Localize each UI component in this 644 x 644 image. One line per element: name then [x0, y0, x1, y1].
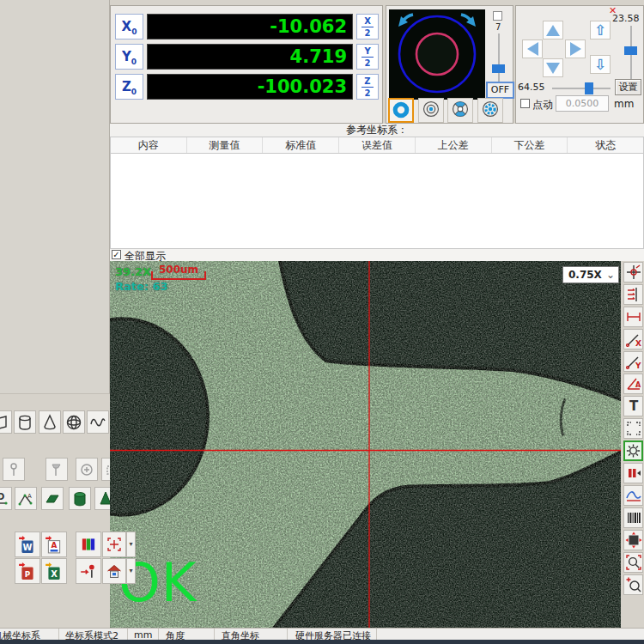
probe-point-button[interactable] [3, 458, 25, 481]
axis-z-button[interactable]: Z0 [115, 74, 143, 100]
cad-export-icon: A [45, 535, 64, 554]
quadrant-light-icon [451, 100, 470, 118]
light-mode-quadrant-button[interactable] [447, 98, 473, 123]
settings-button[interactable]: 设置 [615, 79, 641, 95]
jog-step-input[interactable]: 0.0500 [556, 95, 609, 112]
reference-frame-label: 参考坐标系： [110, 124, 644, 137]
export-excel-button[interactable]: X [41, 558, 67, 584]
z-down-button[interactable]: ⇩ [590, 55, 611, 74]
rotate-right-arrow-icon[interactable] [461, 15, 476, 27]
gear-icon [625, 442, 641, 459]
excel-export-icon: X [45, 562, 64, 580]
auto-focus-button[interactable] [623, 530, 643, 550]
jog-up-button[interactable] [543, 21, 563, 39]
camera-view[interactable]: 39.2X Rate: 63 500um OK 0.75X ⌄ [110, 261, 621, 629]
export-word-button[interactable]: W [15, 532, 40, 557]
z-half-button[interactable]: Z2 [356, 74, 379, 100]
light-mode-ring-button[interactable] [418, 98, 444, 123]
column-header[interactable]: 误差值 [339, 137, 416, 153]
axis-y-button[interactable]: Y0 [115, 44, 143, 70]
probe-flag-button[interactable] [46, 458, 68, 481]
xy-speed-slider-track[interactable] [552, 88, 611, 89]
jog-down-button[interactable] [543, 58, 563, 77]
z-speed-slider-thumb[interactable] [624, 46, 637, 55]
xy-speed-slider-thumb[interactable] [585, 82, 593, 94]
export-pdf-button[interactable]: P [15, 558, 40, 584]
tool-settings-button[interactable] [623, 440, 643, 461]
cylinder-icon [16, 414, 33, 431]
point-tool-button[interactable] [623, 262, 643, 283]
x-distance-tool-button[interactable]: X [623, 329, 643, 349]
go-home-button[interactable] [102, 558, 126, 584]
zoom-region-button[interactable] [623, 552, 643, 573]
show-all-checkbox[interactable]: ✓ [112, 250, 121, 259]
z-up-button[interactable]: ⇧ [590, 21, 611, 39]
export-cad-button[interactable]: A [41, 532, 67, 557]
curve-icon [89, 414, 106, 431]
light-mode-coaxial-button[interactable] [388, 98, 414, 123]
right-triangle-icon [570, 42, 581, 56]
column-header[interactable]: 状态 [568, 137, 643, 153]
cylinder-solid-button[interactable] [69, 487, 91, 510]
dro-y-value: 4.719 [147, 44, 353, 70]
y-distance-tool-button[interactable]: Y [623, 351, 643, 372]
jog-left-button[interactable] [522, 39, 543, 58]
rgb-bars-icon [79, 535, 98, 554]
cylinder-tool-button[interactable] [14, 410, 36, 434]
stage-nav-ball[interactable] [389, 9, 485, 100]
jog-mode-checkbox[interactable] [520, 99, 530, 108]
left-blank-panel [0, 0, 110, 394]
pause-capture-button[interactable] [623, 463, 643, 483]
light-slider-track[interactable] [498, 33, 500, 82]
chevron-down-icon: ⌄ [606, 267, 615, 283]
y-distance-icon: Y [625, 353, 642, 370]
zoom-in-button[interactable] [623, 574, 643, 595]
home-options-dropdown[interactable]: ▾ [126, 558, 136, 584]
svg-text:A: A [27, 493, 32, 500]
prism-tool-button[interactable] [0, 410, 12, 434]
angle-construct-button[interactable]: A [15, 487, 37, 510]
cone-tool-button[interactable] [39, 410, 61, 434]
distance-tool-button[interactable]: D [0, 487, 12, 510]
column-header[interactable]: 下公差 [492, 137, 568, 153]
pdf-export-icon: P [18, 562, 37, 580]
width-tool-button[interactable] [623, 307, 643, 327]
up-triangle-icon [546, 25, 560, 36]
color-adjust-button[interactable] [76, 532, 101, 557]
column-header[interactable]: 标准值 [263, 137, 339, 153]
x-half-button[interactable]: X2 [356, 14, 379, 39]
column-header[interactable]: 测量值 [187, 137, 264, 153]
plane-tool-button[interactable] [41, 487, 64, 510]
light-slider-thumb[interactable] [492, 64, 505, 73]
results-table-body[interactable] [110, 154, 644, 249]
curve-tool-button[interactable] [87, 410, 109, 434]
region-brackets-icon [625, 420, 642, 437]
region-tool-button[interactable] [623, 418, 643, 439]
crosshair-options-dropdown[interactable]: ▾ [126, 532, 136, 557]
svg-text:Y: Y [635, 361, 641, 370]
sphere-tool-button[interactable] [63, 410, 85, 434]
axis-x-button[interactable]: X0 [115, 14, 143, 39]
barcode-tool-button[interactable] [623, 507, 643, 528]
rotate-left-arrow-icon[interactable] [398, 15, 413, 27]
magnification-overlay: 39.2X [115, 265, 151, 278]
y-half-button[interactable]: Y2 [356, 44, 379, 70]
coaxial-light-icon [392, 100, 410, 119]
jog-right-button[interactable] [565, 39, 586, 58]
probe-flag-icon [48, 461, 65, 478]
angle-tool-button[interactable]: A [623, 374, 643, 394]
column-header[interactable]: 上公差 [416, 137, 492, 153]
light-mode-segment-button[interactable] [477, 98, 503, 123]
crosshair-display-button[interactable] [102, 532, 126, 557]
light-off-button[interactable]: OFF [486, 82, 514, 99]
light-level-indicator[interactable] [493, 11, 502, 21]
zoom-level-select[interactable]: 0.75X ⌄ [562, 266, 619, 283]
cylinder-solid-icon [71, 490, 88, 507]
profile-tool-button[interactable] [623, 485, 643, 506]
text-tool-button[interactable]: T [623, 396, 643, 416]
circle-target-button[interactable] [76, 458, 98, 481]
goto-point-button[interactable] [76, 558, 101, 584]
column-header[interactable]: 内容 [111, 137, 187, 153]
line-tool-button[interactable] [623, 284, 643, 305]
z-up-arrow-icon: ⇧ [594, 21, 606, 39]
